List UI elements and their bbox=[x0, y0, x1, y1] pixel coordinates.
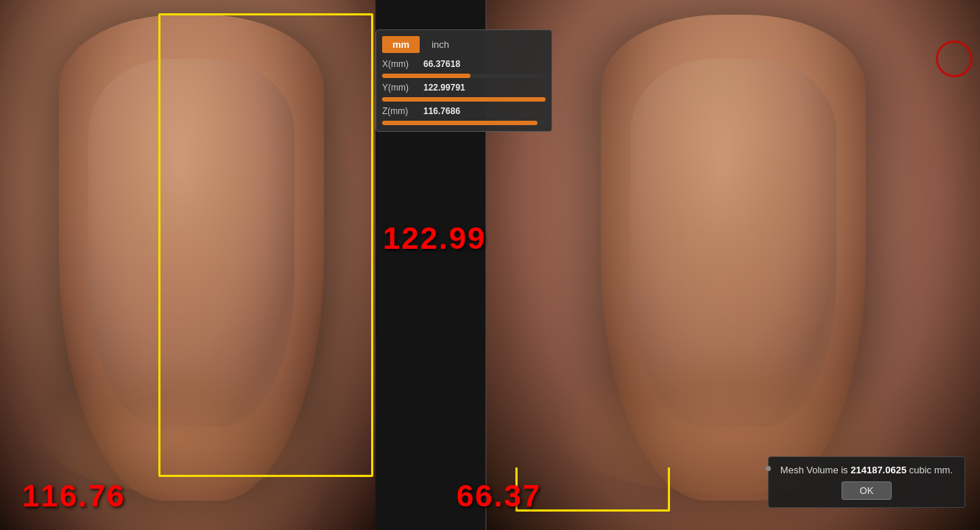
z-bar bbox=[382, 121, 537, 125]
right-statue-panel bbox=[486, 0, 980, 530]
y-bar-container bbox=[382, 97, 546, 102]
z-bar-container bbox=[382, 121, 546, 125]
mesh-volume-text: Mesh Volume is 214187.0625 cubic mm. bbox=[780, 464, 953, 476]
y-measurement-row: Y(mm) 122.99791 bbox=[382, 82, 546, 93]
unit-tabs-row: mm inch bbox=[382, 36, 546, 53]
popup-indicator-dot bbox=[766, 466, 771, 471]
y-value: 122.99791 bbox=[423, 82, 465, 93]
y-bar bbox=[382, 97, 546, 102]
x-bar bbox=[382, 74, 470, 78]
z-measurement-row: Z(mm) 116.7686 bbox=[382, 106, 546, 116]
x-axis-label: X(mm) bbox=[382, 59, 419, 69]
ok-button[interactable]: OK bbox=[842, 481, 892, 500]
mesh-volume-popup: Mesh Volume is 214187.0625 cubic mm. OK bbox=[768, 456, 965, 508]
measurement-panel: mm inch X(mm) 66.37618 Y(mm) 122.99791 Z… bbox=[376, 29, 552, 132]
statue-overlay-left bbox=[0, 0, 383, 530]
z-value: 116.7686 bbox=[423, 106, 460, 116]
x-bar-container bbox=[382, 74, 546, 78]
3d-viewport: 122.99 116.76 66.37 mm inch X(mm) 66.376… bbox=[0, 0, 980, 530]
x-measurement-row: X(mm) 66.37618 bbox=[382, 59, 546, 69]
statue-overlay-right bbox=[486, 0, 980, 530]
unit-tab-mm[interactable]: mm bbox=[382, 36, 420, 53]
y-axis-label: Y(mm) bbox=[382, 82, 419, 93]
unit-tab-inch[interactable]: inch bbox=[426, 36, 455, 53]
z-axis-label: Z(mm) bbox=[382, 106, 419, 116]
volume-value: 214187.0625 bbox=[850, 464, 906, 476]
left-statue-panel bbox=[0, 0, 383, 530]
red-circle-icon bbox=[936, 40, 973, 77]
x-value: 66.37618 bbox=[423, 59, 460, 69]
